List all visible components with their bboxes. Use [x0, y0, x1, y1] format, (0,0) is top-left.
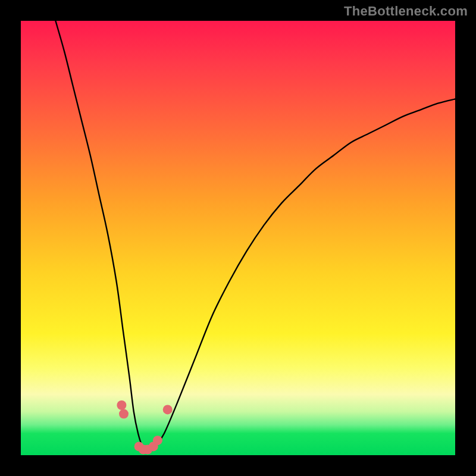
marker-right-upper [163, 405, 173, 414]
plot-area [21, 21, 455, 455]
marker-right-rise [153, 436, 162, 445]
marker-left-edge-bottom [119, 409, 129, 419]
bottleneck-curve [55, 21, 455, 452]
chart-svg [21, 21, 455, 455]
figure-frame: TheBottleneck.com [0, 0, 476, 476]
watermark-text: TheBottleneck.com [344, 4, 468, 19]
trough-markers [117, 400, 172, 455]
marker-left-edge-top [117, 400, 126, 410]
